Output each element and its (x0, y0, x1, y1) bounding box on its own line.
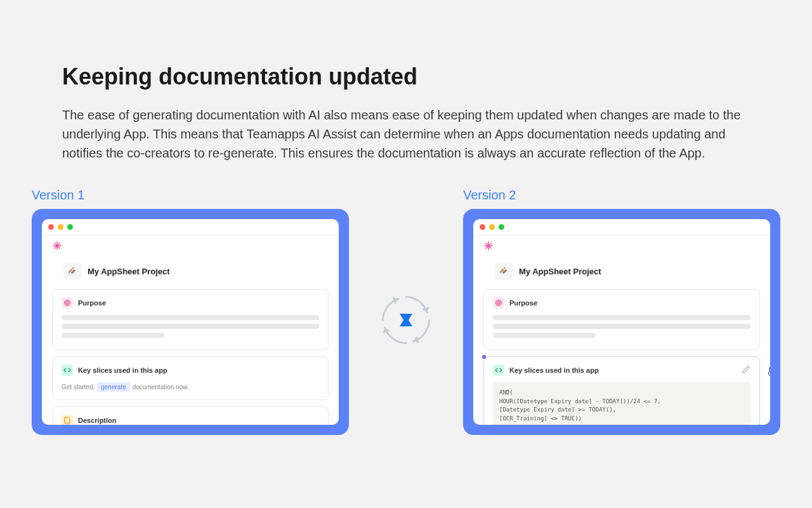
code-block: AND( HOUR([Datetype Expiry date] - TODAY… (493, 382, 750, 425)
pencil-icon[interactable] (742, 365, 750, 376)
page-heading: Keeping documentation updated (62, 64, 780, 90)
window-close-dot (480, 224, 485, 230)
slices-card: Key slices used in this app Get started,… (52, 356, 329, 400)
cursor-pointer-icon (766, 366, 770, 379)
version-1-window: My AppSheet Project Purpose (32, 209, 349, 435)
skeleton-line (493, 333, 596, 338)
teamapps-logo-icon (396, 310, 416, 330)
window-titlebar (42, 219, 339, 236)
version-2-column: Version 2 (463, 188, 780, 435)
window-max-dot (499, 224, 504, 230)
purpose-card: Purpose (52, 289, 329, 350)
purpose-title: Purpose (78, 299, 106, 307)
generate-prompt: Get started, generate documentation now. (62, 382, 319, 392)
app-logo-icon (52, 238, 329, 258)
target-icon (62, 297, 73, 309)
svg-point-2 (67, 303, 68, 304)
window-close-dot (48, 224, 54, 230)
window-min-dot (489, 224, 495, 230)
window-min-dot (58, 224, 63, 230)
purpose-title: Purpose (509, 299, 537, 307)
code-icon (493, 364, 504, 376)
window-max-dot (67, 224, 73, 230)
slices-title: Key slices used in this app (78, 366, 167, 374)
description-title: Description (78, 417, 117, 424)
slices-title: Key slices used in this app (509, 366, 599, 374)
version-2-window: My AppSheet Project Purpose (463, 209, 780, 435)
skeleton-line (62, 333, 164, 338)
skeleton-line (493, 315, 750, 320)
project-tools-icon (63, 262, 81, 280)
window-titlebar (473, 219, 770, 236)
project-title: My AppSheet Project (88, 267, 170, 276)
generate-link[interactable]: generate (97, 382, 129, 392)
skeleton-line (62, 324, 319, 329)
slices-card-updated: Key slices used in this app AND( HOUR([D… (483, 356, 760, 425)
code-icon (62, 364, 73, 376)
sync-column (376, 188, 436, 351)
version-2-label: Version 2 (463, 188, 780, 203)
description-card: Description (52, 406, 329, 425)
version-1-column: Version 1 (32, 188, 349, 435)
target-icon (493, 297, 504, 309)
file-icon (62, 415, 73, 425)
skeleton-line (493, 324, 750, 329)
skeleton-line (62, 315, 319, 320)
purpose-card: Purpose (483, 289, 760, 350)
svg-point-5 (499, 303, 499, 304)
project-title: My AppSheet Project (519, 267, 601, 276)
app-logo-icon (483, 238, 760, 258)
version-1-label: Version 1 (32, 188, 349, 203)
project-tools-icon (495, 262, 513, 280)
page-body: The ease of generating documentation wit… (62, 105, 750, 163)
